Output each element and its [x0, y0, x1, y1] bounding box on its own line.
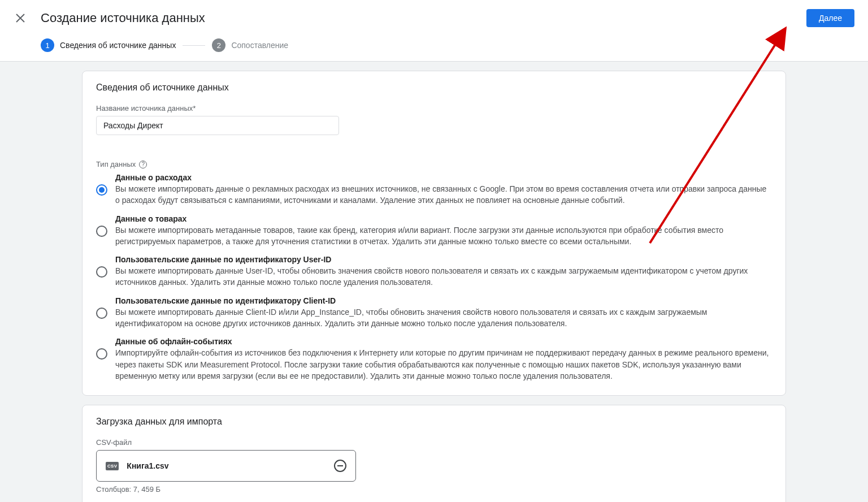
radio-dot [99, 187, 105, 193]
next-button[interactable]: Далее [806, 9, 854, 27]
header-top: Создание источника данных Далее [14, 9, 854, 34]
step-1-label: Сведения об источнике данных [60, 41, 176, 50]
radio-circle[interactable] [96, 226, 107, 237]
step-connector [183, 45, 205, 46]
step-2-label: Сопоставление [231, 41, 288, 50]
step-2[interactable]: 2 Сопоставление [212, 38, 288, 52]
radio-content: Данные о расходах Вы можете импортироват… [115, 173, 772, 206]
header: Создание источника данных Далее 1 Сведен… [0, 0, 868, 62]
remove-file-icon[interactable] [334, 460, 346, 472]
radio-desc: Вы можете импортировать метаданные товар… [115, 224, 772, 248]
type-label-row: Тип данных ? [96, 160, 772, 168]
name-input[interactable] [96, 116, 339, 135]
type-label: Тип данных [96, 160, 136, 168]
step-2-circle: 2 [212, 38, 225, 52]
radio-option-item[interactable]: Данные о товарах Вы можете импортировать… [96, 214, 772, 248]
radio-desc: Вы можете импортировать данные Client-ID… [115, 306, 772, 330]
radio-content: Данные об офлайн-событиях Импортируйте о… [115, 337, 772, 382]
csv-badge-icon: CSV [106, 462, 119, 470]
content: Сведения об источнике данных Название ис… [77, 71, 791, 502]
radio-title: Пользовательские данные по идентификатор… [115, 255, 772, 264]
page-title: Создание источника данных [41, 11, 205, 25]
radio-desc: Вы можете импортировать данные User-ID, … [115, 265, 772, 288]
close-icon[interactable] [14, 11, 27, 25]
upload-card-title: Загрузка данных для импорта [96, 417, 772, 427]
radio-circle[interactable] [96, 308, 107, 319]
radio-title: Данные о расходах [115, 173, 772, 182]
radio-title: Данные об офлайн-событиях [115, 337, 772, 346]
radio-group: Данные о расходах Вы можете импортироват… [96, 173, 772, 382]
stepper: 1 Сведения об источнике данных 2 Сопоста… [14, 34, 854, 61]
radio-content: Пользовательские данные по идентификатор… [115, 296, 772, 330]
details-card-title: Сведения об источнике данных [96, 83, 772, 93]
minus-icon [337, 465, 343, 466]
radio-option-userid[interactable]: Пользовательские данные по идентификатор… [96, 255, 772, 288]
step-1[interactable]: 1 Сведения об источнике данных [41, 38, 176, 52]
header-left: Создание источника данных [14, 11, 205, 25]
radio-content: Данные о товарах Вы можете импортировать… [115, 214, 772, 248]
file-meta: Столбцов: 7, 459 Б [96, 485, 772, 494]
radio-content: Пользовательские данные по идентификатор… [115, 255, 772, 288]
file-name: Книга1.csv [127, 461, 326, 470]
file-chip[interactable]: CSV Книга1.csv [96, 450, 356, 482]
details-card: Сведения об источнике данных Название ис… [82, 71, 786, 396]
help-icon[interactable]: ? [139, 161, 147, 168]
radio-title: Пользовательские данные по идентификатор… [115, 296, 772, 305]
name-label: Название источника данных* [96, 104, 772, 112]
radio-desc: Вы можете импортировать данные о рекламн… [115, 183, 772, 206]
radio-option-clientid[interactable]: Пользовательские данные по идентификатор… [96, 296, 772, 330]
radio-option-offline[interactable]: Данные об офлайн-событиях Импортируйте о… [96, 337, 772, 382]
step-1-circle: 1 [41, 38, 54, 52]
radio-circle[interactable] [96, 266, 107, 278]
radio-option-cost[interactable]: Данные о расходах Вы можете импортироват… [96, 173, 772, 206]
radio-title: Данные о товарах [115, 214, 772, 223]
upload-card: Загрузка данных для импорта CSV-файл CSV… [82, 405, 786, 502]
radio-circle[interactable] [96, 348, 107, 360]
csv-label: CSV-файл [96, 438, 772, 447]
radio-desc: Импортируйте офлайн-события из источнико… [115, 347, 772, 382]
radio-circle[interactable] [96, 184, 107, 196]
